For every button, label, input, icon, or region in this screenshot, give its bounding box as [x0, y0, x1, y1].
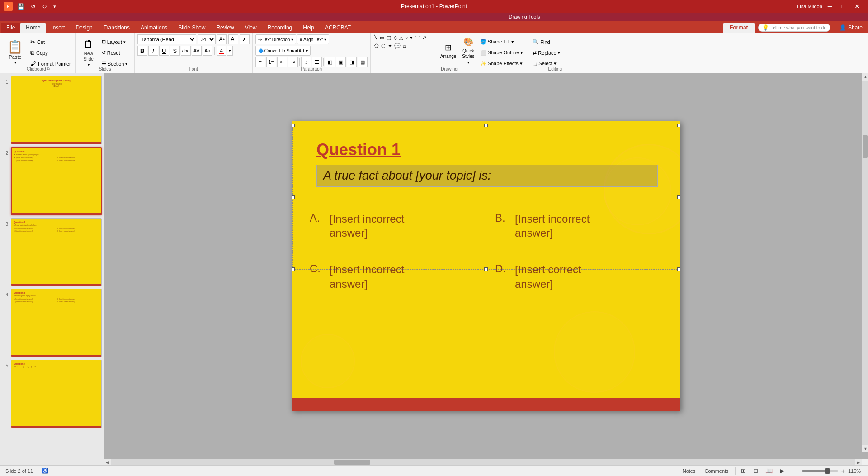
align-center-btn[interactable]: ▣ — [336, 57, 346, 67]
tab-slideshow[interactable]: Slide Show — [173, 23, 211, 33]
tab-file[interactable]: File — [1, 23, 20, 33]
handle-bl[interactable] — [292, 267, 295, 271]
reading-view-btn[interactable]: 📖 — [764, 466, 774, 475]
accessibility-btn[interactable]: ♿ — [40, 467, 50, 475]
tab-insert[interactable]: Insert — [46, 23, 70, 33]
answer-b[interactable]: B. [Insert incorrectanswer] — [495, 212, 662, 240]
tab-design[interactable]: Design — [70, 23, 98, 33]
align-right-btn[interactable]: ◨ — [347, 57, 357, 67]
vertical-scrollbar[interactable]: ▲ ▼ — [862, 73, 868, 452]
quick-more-btn[interactable]: ▾ — [52, 3, 58, 10]
shape-more2[interactable]: ⧈ — [402, 43, 407, 49]
tab-home[interactable]: Home — [20, 23, 46, 33]
text-direction-btn[interactable]: ⇔Text Direction ▾ — [255, 34, 296, 44]
underline-btn[interactable]: U — [159, 46, 169, 56]
find-btn[interactable]: 🔍Find — [531, 37, 561, 47]
numbering-btn[interactable]: 1≡ — [266, 57, 276, 67]
shape-hexagon[interactable]: ⬡ — [380, 43, 387, 49]
handle-tc[interactable] — [484, 124, 488, 127]
comments-btn[interactable]: Comments — [702, 467, 731, 475]
shape-more[interactable]: ▾ — [409, 34, 414, 42]
shape-connector[interactable]: ↗ — [421, 34, 427, 42]
slide-thumb-3[interactable]: Question 2 A [your topic] is classified … — [11, 218, 102, 286]
shape-rounded-rect[interactable]: ▢ — [386, 34, 392, 42]
scroll-right-btn[interactable]: ▶ — [855, 459, 862, 466]
answer-d[interactable]: D. [Insert correctanswer] — [495, 262, 662, 290]
zoom-level[interactable]: 116% — [848, 468, 863, 474]
increase-font-btn[interactable]: A+ — [217, 34, 227, 44]
slide-thumb-4[interactable]: Question 3 Where is [your topic] found? … — [11, 289, 102, 357]
bold-btn[interactable]: B — [137, 46, 147, 56]
justify-btn[interactable]: ▤ — [358, 57, 368, 67]
font-size-select[interactable]: 34 — [198, 34, 216, 44]
tab-acrobat[interactable]: ACROBAT — [320, 23, 356, 33]
scroll-thumb-v[interactable] — [863, 135, 868, 158]
align-text-btn[interactable]: ≡Align Text ▾ — [297, 34, 329, 44]
cut-btn[interactable]: ✂ Cut — [28, 37, 73, 47]
quick-styles-btn[interactable]: 🎨 QuickStyles ▾ — [460, 34, 476, 67]
minimize-btn[interactable]: ─ — [824, 2, 836, 11]
line-spacing-btn[interactable]: ↕ — [301, 57, 311, 67]
text-size-btn[interactable]: Aa — [203, 46, 212, 56]
font-name-select[interactable]: Tahoma (Head — [137, 34, 196, 44]
shape-fill-btn[interactable]: 🪣Shape Fill ▾ — [478, 37, 525, 47]
align-left-btn[interactable]: ◧ — [325, 57, 335, 67]
shape-rect[interactable]: ▭ — [379, 34, 385, 42]
decrease-indent-btn[interactable]: ⇤ — [277, 57, 287, 67]
tell-me-bar[interactable]: 💡 Tell me what you want to do — [758, 24, 830, 32]
shape-arc[interactable]: ⌒ — [414, 34, 421, 42]
zoom-slider[interactable] — [802, 470, 838, 472]
increase-indent-btn[interactable]: ⇥ — [288, 57, 298, 67]
bullets-btn[interactable]: ≡ — [255, 57, 265, 67]
paste-btn[interactable]: 📋 Paste ▾ — [4, 37, 27, 69]
layout-btn[interactable]: ⊞Layout▾ — [100, 37, 130, 47]
notes-btn[interactable]: Notes — [680, 467, 698, 475]
zoom-slider-thumb[interactable] — [825, 468, 830, 474]
quick-undo-btn[interactable]: ↺ — [29, 2, 38, 11]
slide-thumb-5[interactable]: Question 4 What does [your topic] eat? — [11, 360, 102, 428]
horizontal-scrollbar[interactable]: ◀ ▶ — [104, 459, 862, 465]
shape-star[interactable]: ✦ — [387, 43, 393, 49]
handle-br[interactable] — [677, 267, 680, 271]
tab-format[interactable]: Format — [723, 23, 755, 33]
italic-btn[interactable]: I — [148, 46, 158, 56]
slidesorter-btn[interactable]: ⊟ — [751, 466, 760, 475]
slide-question-title[interactable]: Question 1 — [316, 140, 401, 159]
convert-smartart-btn[interactable]: 🔷Convert to SmartArt ▾ — [255, 46, 311, 56]
scroll-thumb-h[interactable] — [334, 460, 370, 465]
answer-a[interactable]: A. [Insert incorrectanswer] — [310, 212, 477, 240]
columns-btn[interactable]: ☰ — [312, 57, 322, 67]
share-btn[interactable]: 👤Share — [834, 23, 868, 33]
clear-format-btn[interactable]: ✗ — [240, 34, 250, 44]
font-color-dropdown[interactable]: ▾ — [227, 46, 233, 56]
tab-transitions[interactable]: Transitions — [98, 23, 135, 33]
tab-help[interactable]: Help — [297, 23, 320, 33]
scroll-down-btn[interactable]: ▼ — [862, 445, 868, 452]
font-color-btn[interactable]: A — [217, 46, 226, 56]
copy-btn[interactable]: ⧉ Copy — [28, 48, 73, 58]
shape-triangle[interactable]: △ — [398, 34, 404, 42]
handle-tl[interactable] — [292, 124, 295, 127]
handle-mr[interactable] — [677, 195, 680, 199]
quick-redo-btn[interactable]: ↻ — [40, 2, 49, 11]
slide-question-text-box[interactable]: A true fact about [your topic] is: — [316, 165, 658, 187]
scroll-left-btn[interactable]: ◀ — [104, 459, 111, 466]
scroll-up-btn[interactable]: ▲ — [862, 73, 868, 81]
shape-diamond[interactable]: ◇ — [392, 34, 398, 42]
tab-animations[interactable]: Animations — [135, 23, 173, 33]
slide-thumb-1[interactable]: Quiz About [Your Topic] [Your Name] [Dat… — [11, 76, 102, 144]
tab-view[interactable]: View — [240, 23, 262, 33]
close-btn[interactable]: ✕ — [850, 2, 864, 11]
shadow-btn[interactable]: abc — [181, 46, 191, 56]
shape-pentagon[interactable]: ⬠ — [373, 43, 380, 49]
arrange-btn[interactable]: ⊞ Arrange — [438, 34, 459, 67]
shape-outline-btn[interactable]: ⬜Shape Outline ▾ — [478, 48, 525, 58]
restore-btn[interactable]: □ — [838, 2, 848, 10]
shape-line[interactable]: ╲ — [373, 34, 378, 42]
normal-view-btn[interactable]: ⊞ — [739, 466, 748, 475]
decrease-font-btn[interactable]: A- — [228, 34, 238, 44]
tab-recording[interactable]: Recording — [262, 23, 298, 33]
zoom-in-btn[interactable]: + — [840, 467, 846, 475]
spacing-btn[interactable]: AV — [192, 46, 202, 56]
quick-save-btn[interactable]: 💾 — [15, 2, 26, 11]
